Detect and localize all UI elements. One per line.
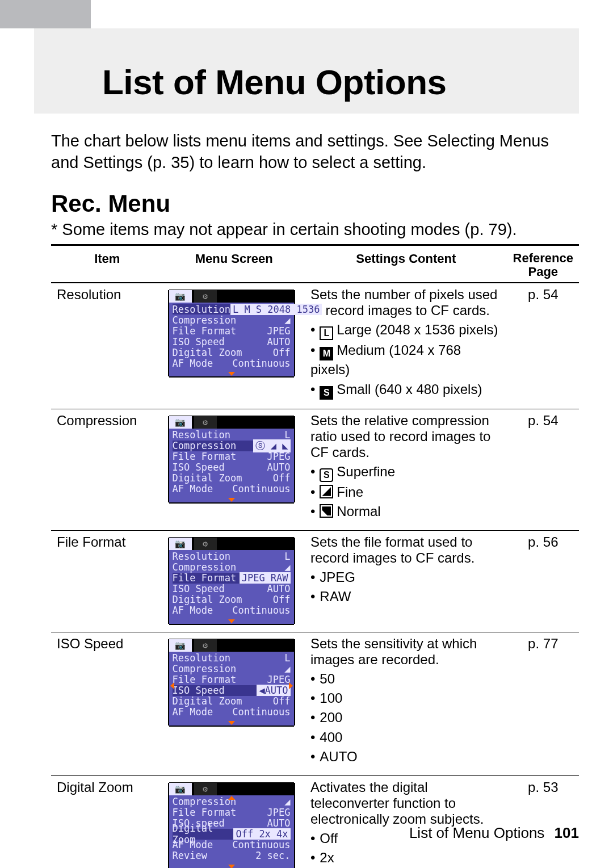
menu-screen-thumbnail: 📷⚙ Compression ◢ File Format JPEG ISO sp… (169, 783, 294, 869)
settings-options: SSuperfineFineNormal (310, 463, 502, 521)
lcd-tab-icon: ⚙ (194, 639, 217, 652)
lcd-tab-icon: 📷 (169, 290, 192, 303)
settings-intro: Activates the digital teleconverter func… (310, 779, 502, 827)
footer-page-number: 101 (555, 824, 579, 841)
lcd-tab-icon: ⚙ (194, 416, 217, 429)
scroll-down-arrow-icon (228, 619, 235, 623)
scroll-down-arrow-icon (228, 498, 235, 502)
reference-page-cell: p. 54 (507, 409, 579, 530)
settings-option-text: AUTO (320, 749, 357, 764)
lcd-row-value: ◢ (284, 663, 290, 674)
menu-screen-cell: 📷⚙ Resolution L Compression ◢ File Forma… (163, 530, 305, 632)
lcd-row-key: ISO Speed (173, 685, 225, 696)
menu-screen-cell: 📷⚙ Resolution L Compression ◢ File Forma… (163, 632, 305, 775)
lcd-row-value: JPEG RAW (240, 572, 291, 584)
lcd-row-value: ◢ (284, 315, 290, 326)
scroll-down-arrow-icon (228, 372, 235, 376)
lcd-tab-icon: 📷 (169, 416, 192, 429)
settings-option-text: 400 (320, 729, 342, 745)
lcd-row-value: Continuous (232, 483, 290, 494)
lcd-row-key: AF Mode (173, 839, 213, 850)
lcd-row-key: File Format (173, 674, 237, 685)
settings-option-text: 2x (320, 850, 334, 865)
settings-intro: Sets the number of pixels used to record… (310, 287, 502, 318)
lcd-row-value: Off (273, 695, 291, 707)
item-cell: Digital Zoom (51, 775, 163, 868)
settings-option: RAW (310, 588, 502, 606)
lcd-row-value: L (284, 652, 290, 664)
lcd-row: ISO Speed AUTO (173, 584, 291, 594)
lcd-row: ISO Speed ◀AUTO (173, 685, 291, 696)
lcd-row-key: Compression (173, 561, 237, 573)
lcd-row-key: File Format (173, 807, 237, 818)
settings-option: 400 (310, 728, 502, 747)
lcd-row-key: File Format (173, 325, 237, 337)
lcd-row: ISO Speed AUTO (173, 336, 291, 347)
lcd-row-value: JPEG (267, 325, 291, 337)
lcd-row-key: Digital Zoom (173, 347, 242, 358)
lcd-row: Compression ◢ (173, 664, 291, 674)
lcd-tab-icon: ⚙ (194, 538, 217, 550)
lcd-row: Digital Zoom Off 2x 4x (173, 829, 291, 840)
reference-page-cell: p. 56 (507, 530, 579, 632)
footer-label: List of Menu Options (409, 824, 544, 841)
table-row: Digital Zoom📷⚙ Compression ◢ File Format… (51, 775, 579, 868)
settings-option-text: Normal (337, 504, 380, 519)
scroll-left-arrow-icon (170, 682, 174, 689)
footer: List of Menu Options 101 (409, 824, 579, 842)
lcd-tab-icon: 📷 (169, 639, 192, 652)
lcd-row-key: Digital Zoom (173, 472, 242, 484)
lcd-row-value: Off (273, 594, 291, 605)
settings-option: 200 (310, 708, 502, 727)
lcd-row-value: Off (273, 347, 291, 358)
lcd-row-key: AF Mode (173, 706, 213, 718)
lcd-row-key: Compression (173, 663, 237, 674)
lcd-row: File Format JPEG (173, 451, 291, 462)
lcd-row-key: Resolution (173, 652, 230, 664)
settings-options: LLarge (2048 x 1536 pixels)MMedium (1024… (310, 321, 502, 399)
option-glyph-icon: L (320, 326, 333, 340)
lcd-row: Resolution L M S 2048 1536 (173, 304, 291, 315)
col-menu: Menu Screen (163, 245, 305, 283)
reference-page-cell: p. 77 (507, 632, 579, 775)
settings-option: 100 (310, 689, 502, 707)
lcd-row: AF Mode Continuous (173, 707, 291, 718)
table-row: Resolution📷⚙ Resolution L M S 2048 1536 … (51, 283, 579, 409)
lcd-row-value: Continuous (232, 358, 290, 369)
menu-screen-thumbnail: 📷⚙ Resolution L Compression ◢ File Forma… (169, 538, 294, 624)
lcd-row-value: Continuous (232, 839, 290, 850)
lcd-row-value: Continuous (232, 605, 290, 616)
lcd-row-key: Digital Zoom (173, 695, 242, 707)
lcd-row-key: File Format (173, 572, 237, 584)
settings-option: 2x (310, 849, 502, 867)
lcd-row-key: Digital Zoom (173, 594, 242, 605)
settings-option: LLarge (2048 x 1536 pixels) (310, 321, 502, 340)
item-cell: Resolution (51, 283, 163, 409)
intro-text: The chart below lists menu items and set… (51, 131, 579, 173)
lcd-row: Resolution L (173, 653, 291, 664)
settings-option: JPEG (310, 568, 502, 586)
lcd-row: Digital Zoom Off (173, 594, 291, 605)
lcd-row-key: AF Mode (173, 358, 213, 369)
option-glyph-icon: S (320, 386, 333, 400)
settings-options: JPEGRAW (310, 568, 502, 606)
lcd-row-value: JPEG (267, 674, 291, 685)
side-tab (0, 0, 91, 28)
lcd-row: Resolution L (173, 551, 291, 562)
lcd-row: Digital Zoom Off (173, 347, 291, 358)
lcd-row-value: ◀AUTO (257, 685, 290, 696)
settings-option: Normal (310, 502, 502, 521)
settings-option-text: JPEG (320, 569, 355, 585)
menu-options-table: Item Menu Screen Settings Content Refere… (51, 244, 579, 868)
settings-option-text: 100 (320, 690, 342, 706)
lcd-row-key: Compression (173, 440, 237, 451)
lcd-row-key: Compression (173, 315, 237, 326)
settings-option-text: Off (320, 831, 338, 846)
settings-option-text: 50 (320, 671, 335, 686)
lcd-tab-icon: 📷 (169, 783, 192, 795)
option-glyph-icon: S (320, 468, 333, 482)
scroll-up-arrow-icon (228, 796, 235, 800)
settings-options: 50100200400AUTO (310, 670, 502, 766)
menu-screen-cell: 📷⚙ Resolution L M S 2048 1536 Compressio… (163, 283, 305, 409)
lcd-row: Compression ⓢ ◢ ◣ (173, 441, 291, 451)
